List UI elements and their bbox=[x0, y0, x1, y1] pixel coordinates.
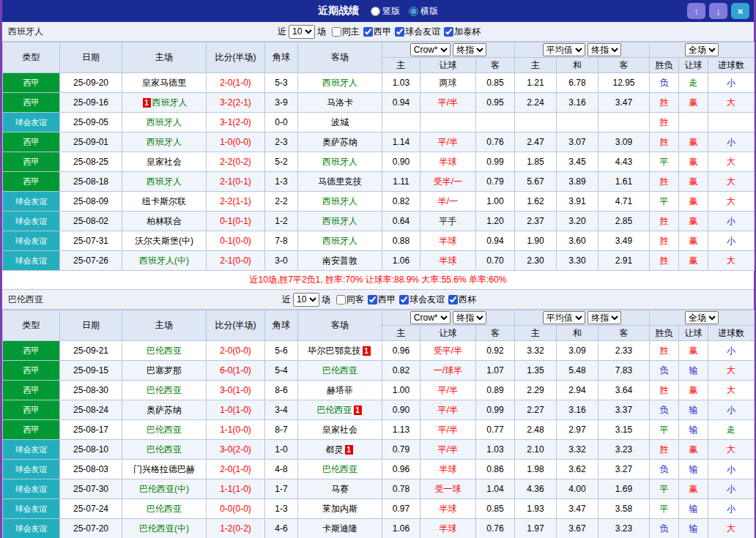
team-name: 巴伦西亚 bbox=[147, 504, 182, 514]
subheader-avg-away: 客 bbox=[598, 58, 650, 73]
odds-company-select[interactable]: Crow* bbox=[410, 43, 451, 56]
scroll-down-button[interactable]: ↓ bbox=[709, 3, 727, 19]
handicap-cell: 受平/半 bbox=[420, 341, 476, 361]
match-date-cell: 25-08-24 bbox=[60, 400, 122, 420]
handicap-result-cell: 赢 bbox=[679, 341, 708, 361]
friendly-checkbox[interactable] bbox=[395, 27, 404, 37]
goals-result-cell: 走 bbox=[708, 420, 755, 440]
team-name: 西班牙人 bbox=[322, 157, 357, 167]
away-odds-cell: 0.95 bbox=[476, 93, 515, 113]
avg-home-cell: 1.93 bbox=[515, 499, 557, 519]
subheader-odds-away: 客 bbox=[476, 326, 515, 341]
odds-company-select[interactable]: Crow* bbox=[410, 311, 451, 324]
handicap-result-cell: 赢 bbox=[679, 172, 708, 192]
away-team-cell: 巴伦西亚 bbox=[298, 460, 382, 479]
league-filter-friendly[interactable]: 球会友谊 bbox=[399, 294, 445, 306]
avg-draw-cell: 3.30 bbox=[557, 251, 598, 271]
horizontal-radio[interactable] bbox=[409, 7, 418, 16]
league-filter-friendly[interactable]: 球会友谊 bbox=[395, 26, 440, 38]
league-filter-cup[interactable]: 加泰杯 bbox=[444, 26, 481, 38]
vertical-radio[interactable] bbox=[371, 7, 380, 16]
match-count-select[interactable]: 10 bbox=[289, 25, 315, 39]
col-header-away: 客场 bbox=[298, 310, 382, 341]
league-filter-laliga[interactable]: 西甲 bbox=[368, 294, 396, 306]
team-name: 巴伦西亚 bbox=[322, 365, 357, 376]
cup-checkbox[interactable] bbox=[444, 27, 453, 37]
away-odds-cell: 0.79 bbox=[476, 172, 515, 192]
match-date-cell: 25-07-26 bbox=[60, 251, 122, 271]
league-filter-cup[interactable]: 西杯 bbox=[448, 294, 476, 306]
avg-home-cell: 2.37 bbox=[515, 212, 557, 231]
handicap-result-cell: 赢 bbox=[679, 192, 708, 212]
match-type-cell: 球会友谊 bbox=[3, 113, 60, 132]
score-cell: 2-0(1-0) bbox=[207, 460, 265, 479]
match-date-cell: 25-09-15 bbox=[60, 361, 122, 381]
average-select[interactable]: 平均值 bbox=[543, 311, 585, 324]
layout-horizontal-option[interactable]: 横版 bbox=[409, 5, 438, 18]
team-name: 马洛卡 bbox=[327, 97, 353, 108]
odds-stage-select[interactable]: 终指 bbox=[453, 311, 486, 324]
home-team-cell: 西班牙人 bbox=[122, 172, 207, 192]
handicap-cell: 平手 bbox=[420, 212, 476, 231]
home-team-cell: 巴伦西亚(中) bbox=[122, 519, 207, 538]
average-stage-select[interactable]: 终指 bbox=[588, 311, 621, 324]
corner-cell: 3-9 bbox=[265, 93, 298, 113]
scope-select[interactable]: 全场 bbox=[685, 43, 719, 56]
match-count-select[interactable]: 10 bbox=[293, 293, 319, 307]
col-header-score: 比分(半场) bbox=[207, 42, 265, 73]
handicap-cell: 半球 bbox=[420, 460, 476, 479]
team-name: 沃尔夫斯堡(中) bbox=[135, 236, 193, 246]
avg-away-cell: 2.33 bbox=[598, 341, 650, 361]
friendly-checkbox[interactable] bbox=[399, 295, 409, 305]
col-header-type: 类型 bbox=[3, 310, 60, 341]
same-venue-filter[interactable]: 同主 bbox=[332, 26, 360, 38]
layout-vertical-option[interactable]: 竖版 bbox=[371, 5, 400, 18]
away-team-cell: 奥萨苏纳 bbox=[298, 132, 382, 152]
team-name: 纽卡斯尔联 bbox=[142, 196, 186, 206]
average-header-cell: 平均值 终指 bbox=[515, 42, 650, 58]
average-select[interactable]: 平均值 bbox=[543, 43, 585, 56]
away-team-cell: 波城 bbox=[298, 113, 382, 132]
match-row: 西甲25-08-25皇家社会2-2(0-2)5-2西班牙人0.90半球0.991… bbox=[3, 152, 755, 172]
match-date-cell: 25-09-16 bbox=[60, 93, 122, 113]
goals-result-cell: 大 bbox=[708, 251, 755, 271]
match-date-cell: 25-08-03 bbox=[60, 460, 122, 479]
home-odds-cell: 0.96 bbox=[382, 341, 420, 361]
laliga-checkbox[interactable] bbox=[368, 295, 377, 305]
avg-draw-cell: 2.97 bbox=[557, 420, 598, 440]
avg-draw-cell: 3.16 bbox=[557, 400, 598, 420]
handicap-cell: 半球 bbox=[420, 231, 476, 251]
average-stage-select[interactable]: 终指 bbox=[588, 43, 621, 56]
avg-away-cell: 1.61 bbox=[598, 172, 650, 192]
away-odds-cell: 1.07 bbox=[476, 361, 515, 381]
avg-away-cell: 3.37 bbox=[598, 400, 650, 420]
away-team-cell: 南安普敦 bbox=[298, 251, 382, 271]
avg-draw-cell: 4.00 bbox=[557, 479, 598, 499]
match-row: 西甲25-09-20皇家马德里2-0(1-0)5-3西班牙人1.03两球0.85… bbox=[3, 73, 755, 93]
close-button[interactable]: × bbox=[731, 3, 749, 19]
cup-checkbox[interactable] bbox=[448, 295, 458, 305]
team-name: 卡斯迪隆 bbox=[322, 523, 357, 534]
subheader-handicap: 让球 bbox=[420, 58, 476, 73]
team-name: 莱加内斯 bbox=[322, 504, 357, 514]
same-venue-checkbox[interactable] bbox=[336, 295, 346, 305]
section-team-name: 巴伦西亚 bbox=[8, 294, 43, 306]
match-row: 球会友谊25-07-26西班牙人(中)2-1(0-0)3-0南安普敦1.06半球… bbox=[3, 251, 755, 271]
avg-away-cell: 3.15 bbox=[598, 420, 650, 440]
same-venue-checkbox[interactable] bbox=[332, 27, 341, 37]
odds-stage-select[interactable]: 终指 bbox=[453, 43, 486, 56]
goals-result-cell: 小 bbox=[708, 460, 755, 479]
home-odds-cell: 0.82 bbox=[382, 361, 420, 381]
home-odds-cell: 1.11 bbox=[382, 172, 420, 192]
scope-select[interactable]: 全场 bbox=[685, 311, 719, 324]
same-venue-filter[interactable]: 同客 bbox=[336, 294, 364, 306]
score-cell: 3-0(2-0) bbox=[207, 440, 265, 460]
laliga-checkbox[interactable] bbox=[363, 27, 373, 37]
scroll-up-button[interactable]: ↑ bbox=[687, 3, 705, 19]
away-odds-cell: 0.85 bbox=[476, 73, 515, 93]
match-row: 球会友谊25-07-20巴伦西亚(中)1-2(0-2)4-6卡斯迪隆1.06半球… bbox=[3, 519, 755, 538]
league-filter-laliga[interactable]: 西甲 bbox=[363, 26, 391, 38]
home-team-cell: 西班牙人 bbox=[122, 132, 207, 152]
subheader-avg-home: 主 bbox=[515, 326, 557, 341]
home-odds-cell: 1.03 bbox=[382, 73, 420, 93]
